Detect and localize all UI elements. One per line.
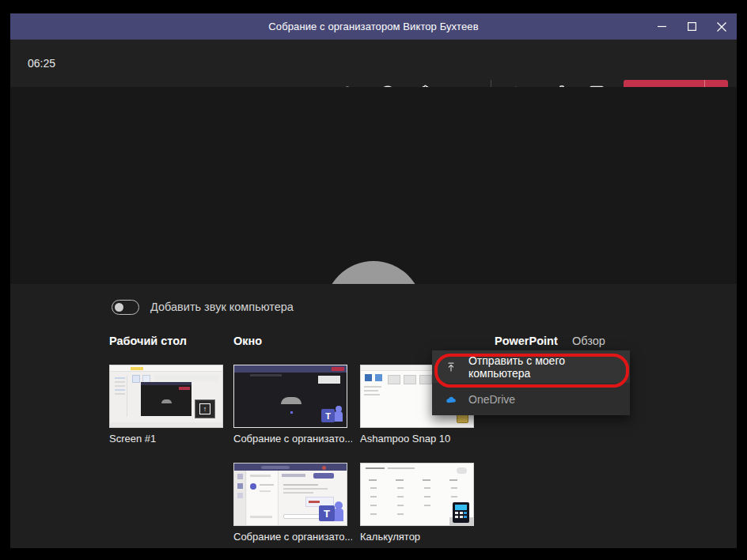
system-audio-toggle[interactable] [112, 300, 139, 315]
thumb-art [423, 479, 430, 481]
thumb-art [366, 467, 385, 469]
thumb-art [110, 422, 222, 427]
section-header-window: Окно [233, 335, 262, 347]
meeting-stage [10, 87, 737, 284]
powerpoint-share-menu: Отправить с моего компьютера OneDrive [432, 350, 630, 415]
thumb-art [396, 479, 404, 481]
calculator-icon [453, 502, 469, 523]
section-header-desktop: Рабочий стол [109, 335, 187, 347]
thumbnail-label-screen1: Screen #1 [109, 433, 228, 445]
share-upload-overlay-icon: ↑ [195, 399, 215, 418]
thumb-art [281, 397, 301, 404]
thumb-art [234, 464, 347, 471]
thumb-art [388, 375, 400, 384]
maximize-button[interactable] [677, 13, 707, 40]
thumb-art [247, 471, 279, 526]
thumb-art [132, 375, 140, 383]
thumb-art [290, 411, 293, 414]
meeting-toolbar: 06:25 [10, 40, 737, 87]
thumb-art [283, 488, 328, 490]
system-audio-toggle-label: Добавить звук компьютера [150, 301, 294, 313]
teams-logo-icon: T [319, 501, 343, 523]
menu-item-send-from-computer[interactable]: Отправить с моего компьютера [432, 350, 630, 383]
thumb-art [110, 365, 222, 372]
thumb-art [283, 484, 318, 486]
thumbnail-label-meeting1: Собрание с организато... [233, 433, 352, 445]
thumb-art [250, 374, 282, 376]
thumb-art [364, 394, 380, 395]
share-thumbnail-meeting1[interactable]: T [233, 365, 347, 428]
menu-item-label: Отправить с моего компьютера [468, 354, 630, 380]
onedrive-cloud-icon [445, 395, 457, 403]
thumb-art [388, 467, 415, 469]
window-controls [647, 13, 737, 40]
thumb-art [375, 374, 382, 381]
thumb-art [113, 376, 127, 417]
thumb-art [282, 473, 345, 479]
thumb-art [365, 374, 372, 381]
share-thumbnail-calculator[interactable] [360, 463, 474, 526]
thumb-art [131, 367, 143, 370]
toggle-knob [115, 303, 123, 312]
thumb-art [141, 382, 191, 416]
section-header-powerpoint[interactable]: PowerPoint [495, 335, 558, 347]
thumb-art [318, 376, 340, 384]
thumbnail-label-meeting2: Собрание с организато... [233, 531, 352, 543]
thumb-art [449, 479, 457, 481]
thumbnail-label-calculator: Калькулятор [360, 531, 479, 543]
thumb-art [364, 386, 381, 388]
menu-item-label: OneDrive [468, 393, 515, 406]
thumb-art [261, 466, 290, 469]
thumb-art [154, 375, 219, 382]
share-thumbnail-meeting2[interactable]: T [233, 463, 347, 526]
share-content-panel: Добавить звук компьютера Рабочий стол Ок… [10, 284, 737, 548]
window-title: Собрание с организатором Виктор Бухтеев [10, 21, 737, 32]
thumb-art [369, 479, 377, 481]
share-thumbnail-screen1[interactable]: ↑ [109, 365, 223, 428]
participant-avatar [324, 261, 423, 284]
section-header-browse[interactable]: Обзор [572, 335, 605, 347]
close-button[interactable] [707, 13, 737, 40]
thumb-art [364, 390, 378, 392]
thumb-art [234, 471, 246, 526]
thumb-art [404, 375, 416, 384]
thumb-art [419, 375, 432, 384]
upload-icon [445, 361, 457, 373]
thumb-art [322, 466, 326, 470]
teams-meeting-window: Собрание с организатором Виктор Бухтеев … [10, 13, 737, 548]
meeting-timer: 06:25 [28, 57, 55, 70]
minimize-button[interactable] [647, 13, 677, 40]
thumb-art [283, 492, 313, 494]
thumb-art [457, 467, 467, 474]
thumb-art [234, 365, 347, 373]
thumbnail-label-ashampoo: Ashampoo Snap 10 [360, 433, 479, 445]
menu-item-onedrive[interactable]: OneDrive [432, 383, 630, 415]
titlebar: Собрание с организатором Виктор Бухтеев [10, 13, 737, 40]
thumb-art [370, 487, 459, 519]
teams-logo-icon: T [321, 406, 343, 424]
thumb-art [332, 367, 344, 371]
